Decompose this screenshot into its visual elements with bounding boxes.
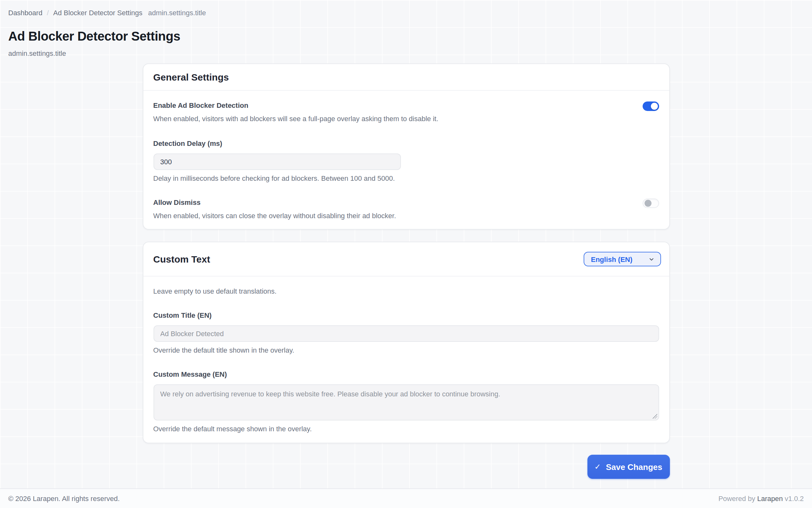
enable-detection-row: Enable Ad Blocker Detection	[153, 101, 659, 111]
page-subtitle: admin.settings.title	[8, 49, 804, 58]
settings-content: General Settings Enable Ad Blocker Detec…	[143, 64, 669, 479]
powered-by-prefix: Powered by	[719, 495, 755, 502]
detection-delay-label: Detection Delay (ms)	[153, 139, 222, 147]
breadcrumb-item-dashboard[interactable]: Dashboard	[8, 8, 42, 18]
form-actions: ✓ Save Changes	[143, 455, 669, 479]
allow-dismiss-row: Allow Dismiss	[153, 198, 659, 208]
toggle-knob	[651, 103, 657, 110]
language-selected-label: English (EN)	[591, 255, 633, 263]
custom-text-body: Leave empty to use default translations.…	[143, 277, 669, 443]
page-title: Ad Blocker Detector Settings	[8, 29, 804, 44]
language-select[interactable]: English (EN)	[583, 252, 661, 266]
breadcrumb-item-current: Ad Blocker Detector Settings	[53, 8, 143, 18]
settings-page: Dashboard / Ad Blocker Detector Settings…	[0, 0, 812, 508]
custom-title-input[interactable]	[153, 325, 659, 342]
custom-title-field: Custom Title (EN) Override the default t…	[153, 309, 659, 355]
general-settings-heading: General Settings	[153, 71, 229, 83]
custom-message-textarea[interactable]	[153, 384, 659, 421]
allow-dismiss-label: Allow Dismiss	[153, 198, 200, 207]
save-changes-button[interactable]: ✓ Save Changes	[587, 455, 669, 479]
breadcrumb-item-extra: admin.settings.title	[148, 8, 206, 18]
detection-delay-help: Delay in milliseconds before checking fo…	[153, 174, 659, 183]
enable-detection-label: Enable Ad Blocker Detection	[153, 101, 248, 110]
allow-dismiss-section: Allow Dismiss When enabled, visitors can…	[153, 198, 659, 221]
custom-message-wrap	[153, 384, 659, 421]
enable-detection-description: When enabled, visitors with ad blockers …	[153, 114, 659, 124]
version-text: v1.0.2	[785, 495, 804, 502]
custom-title-help: Override the default title shown in the …	[153, 346, 659, 355]
custom-text-header: Custom Text English (EN)	[143, 242, 669, 277]
allow-dismiss-toggle[interactable]	[642, 199, 659, 208]
custom-message-help: Override the default message shown in th…	[153, 424, 659, 434]
general-settings-card: General Settings Enable Ad Blocker Detec…	[143, 64, 669, 229]
custom-text-card: Custom Text English (EN) Leave empty to …	[143, 242, 669, 443]
copyright-text: © 2026 Larapen. All rights reserved.	[8, 495, 120, 502]
custom-text-heading: Custom Text	[153, 253, 210, 265]
brand-link[interactable]: Larapen	[757, 495, 783, 502]
custom-message-field: Custom Message (EN) Override the default…	[153, 368, 659, 434]
custom-message-label: Custom Message (EN)	[153, 370, 227, 378]
enable-detection-texts: Enable Ad Blocker Detection	[153, 101, 248, 110]
toggle-knob	[644, 200, 651, 207]
enable-detection-toggle[interactable]	[642, 101, 659, 111]
footer: © 2026 Larapen. All rights reserved. Pow…	[0, 488, 812, 508]
general-settings-header: General Settings	[143, 64, 669, 91]
breadcrumb: Dashboard / Ad Blocker Detector Settings…	[8, 8, 804, 18]
checkmark-icon: ✓	[595, 463, 601, 471]
app-viewport: Dashboard / Ad Blocker Detector Settings…	[0, 0, 812, 508]
detection-delay-field: Detection Delay (ms) Delay in millisecon…	[153, 137, 659, 183]
detection-delay-input[interactable]	[153, 154, 401, 170]
page-header: Dashboard / Ad Blocker Detector Settings…	[0, 0, 812, 58]
translations-note: Leave empty to use default translations.	[153, 287, 659, 296]
allow-dismiss-texts: Allow Dismiss	[153, 198, 200, 207]
custom-title-label: Custom Title (EN)	[153, 311, 211, 319]
breadcrumb-separator: /	[47, 8, 49, 18]
chevron-down-icon	[648, 256, 654, 262]
general-settings-body: Enable Ad Blocker Detection When enabled…	[143, 91, 669, 229]
powered-by: Powered by Larapen v1.0.2	[719, 495, 804, 502]
save-button-label: Save Changes	[606, 462, 662, 471]
allow-dismiss-description: When enabled, visitors can close the ove…	[153, 211, 659, 221]
